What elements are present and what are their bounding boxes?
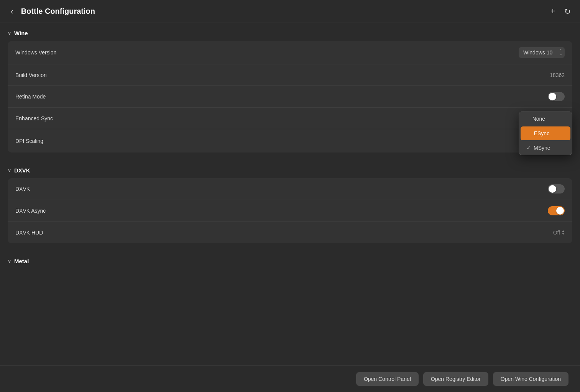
dxvk-hud-value: Off	[553, 230, 560, 236]
dropdown-msync-label: MSync	[534, 145, 550, 151]
back-button[interactable]: ‹	[8, 5, 16, 17]
dxvk-hud-label: DXVK HUD	[15, 230, 43, 236]
enhanced-sync-row: Enhanced Sync None ESync ✓ MSync	[8, 108, 572, 129]
build-version-label: Build Version	[15, 72, 47, 78]
build-version-value: 18362	[550, 72, 565, 78]
wine-section-label: Wine	[14, 30, 28, 36]
dropdown-item-none[interactable]: None	[519, 112, 572, 126]
dxvk-hud-stepper[interactable]: Off ▲ ▼	[553, 230, 565, 236]
dpi-scaling-row: DPI Scaling Configure...	[8, 129, 572, 153]
dxvk-section-header[interactable]: ∨ DXVK	[8, 160, 572, 178]
header-right: + ↻	[549, 5, 572, 18]
wine-settings-card: Windows Version Windows 10 Windows 7 Win…	[8, 41, 572, 153]
dropdown-item-msync[interactable]: ✓ MSync	[519, 141, 572, 155]
dropdown-item-esync[interactable]: ESync	[521, 126, 570, 140]
dxvk-row: DXVK	[8, 178, 572, 200]
esync-checkmark	[528, 131, 531, 136]
page-title: Bottle Configuration	[21, 7, 95, 16]
windows-version-select-wrapper: Windows 10 Windows 7 Windows XP	[519, 47, 565, 58]
dxvk-toggle[interactable]	[548, 184, 565, 194]
dpi-scaling-label: DPI Scaling	[15, 138, 43, 144]
windows-version-label: Windows Version	[15, 49, 56, 56]
dxvk-settings-card: DXVK DXVK Async DXVK HUD Off ▲ ▼	[8, 178, 572, 243]
build-version-row: Build Version 18362	[8, 64, 572, 86]
wine-chevron-icon: ∨	[8, 31, 11, 36]
add-button[interactable]: +	[549, 5, 557, 17]
dxvk-async-row: DXVK Async	[8, 200, 572, 222]
dxvk-async-toggle[interactable]	[548, 206, 565, 215]
enhanced-sync-label: Enhanced Sync	[15, 115, 53, 121]
main-content: ∨ Wine Windows Version Windows 10 Window…	[0, 23, 580, 365]
refresh-button[interactable]: ↻	[563, 5, 572, 18]
windows-version-row: Windows Version Windows 10 Windows 7 Win…	[8, 41, 572, 64]
open-control-panel-button[interactable]: Open Control Panel	[356, 372, 419, 386]
bottom-bar: Open Control Panel Open Registry Editor …	[0, 365, 580, 392]
msync-checkmark: ✓	[527, 145, 531, 151]
dropdown-none-label: None	[532, 116, 545, 122]
metal-section-label: Metal	[14, 258, 29, 264]
retina-mode-label: Retina Mode	[15, 93, 46, 100]
retina-mode-toggle[interactable]	[548, 92, 565, 101]
dxvk-async-label: DXVK Async	[15, 208, 46, 214]
dropdown-esync-label: ESync	[534, 130, 549, 136]
enhanced-sync-dropdown: None ESync ✓ MSync	[519, 112, 572, 155]
windows-version-select[interactable]: Windows 10 Windows 7 Windows XP	[519, 47, 565, 58]
open-wine-configuration-button[interactable]: Open Wine Configuration	[493, 372, 568, 386]
dxvk-label: DXVK	[15, 186, 30, 192]
dxvk-hud-row: DXVK HUD Off ▲ ▼	[8, 222, 572, 243]
header: ‹ Bottle Configuration + ↻	[0, 0, 580, 23]
none-checkmark	[527, 116, 529, 121]
dxvk-chevron-icon: ∨	[8, 168, 11, 173]
dxvk-hud-arrows: ▲ ▼	[562, 230, 565, 236]
metal-chevron-icon: ∨	[8, 259, 11, 264]
open-registry-editor-button[interactable]: Open Registry Editor	[423, 372, 488, 386]
header-left: ‹ Bottle Configuration	[8, 5, 95, 17]
dxvk-slider	[548, 184, 565, 194]
dxvk-async-slider	[548, 206, 565, 215]
metal-section-header[interactable]: ∨ Metal	[8, 251, 572, 269]
wine-section-header[interactable]: ∨ Wine	[8, 23, 572, 41]
retina-mode-row: Retina Mode	[8, 86, 572, 108]
retina-mode-slider	[548, 92, 565, 101]
dxvk-section-label: DXVK	[14, 167, 30, 174]
dxvk-hud-down-arrow: ▼	[562, 233, 565, 236]
